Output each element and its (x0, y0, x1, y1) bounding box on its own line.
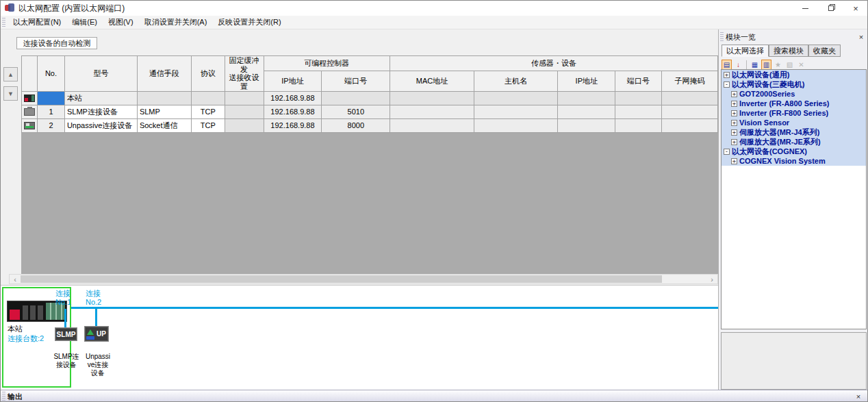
cell-subnet[interactable] (662, 105, 718, 118)
collapse-icon[interactable]: - (724, 81, 730, 88)
col-header-protocol: 协议 (191, 56, 225, 92)
expand-icon[interactable]: + (731, 110, 737, 116)
tree-item-ethernet-mitsubishi[interactable]: -以太网设备(三菱电机) (722, 79, 866, 89)
unpassive-device-node[interactable]: UP (84, 326, 109, 342)
tree-item-ethernet-generic[interactable]: +以太网设备(通用) (722, 70, 866, 79)
tab-search-module[interactable]: 搜索模块 (769, 45, 808, 57)
cell-port[interactable] (615, 105, 662, 118)
cell-plc-ip[interactable]: 192.168.9.88 (264, 118, 322, 132)
host-connection-count: 连接台数:2 (8, 334, 44, 344)
output-panel-title[interactable]: 输出 (8, 392, 23, 402)
cell-model[interactable]: 本站 (64, 91, 137, 105)
expand-icon[interactable]: + (731, 91, 737, 97)
module-list-view-icon[interactable]: ▤ (722, 60, 732, 70)
cell-plc-port (322, 91, 390, 105)
group-header-plc: 可编程控制器 (264, 56, 390, 71)
cell-protocol[interactable]: TCP (191, 105, 225, 118)
menu-ethernet-config[interactable]: 以太网配置(N) (8, 16, 66, 29)
minimize-button[interactable] (793, 1, 817, 16)
cell-plc-port[interactable]: 5010 (322, 105, 390, 118)
cell-port (615, 91, 662, 105)
cell-buffer (225, 91, 264, 105)
row-move-down-button[interactable]: ▼ (3, 86, 18, 101)
unpassive-device-caption: Unpassi ve连接 设备 (77, 353, 118, 377)
cell-comm[interactable]: SLMP (137, 105, 191, 118)
module-panel-tabs: 以太网选择 搜索模块 收藏夹 (722, 45, 841, 57)
expand-icon[interactable]: + (731, 139, 737, 145)
scrollbar-thumb[interactable] (21, 275, 662, 283)
collapse-icon[interactable]: - (724, 149, 730, 155)
menu-cancel-and-close[interactable]: 取消设置并关闭(A) (139, 16, 213, 29)
tab-ethernet-selection[interactable]: 以太网选择 (722, 45, 769, 57)
scroll-left-icon[interactable]: ‹ (10, 275, 21, 284)
module-panel-header: 模块一览 × (719, 31, 868, 43)
tree-item-got2000[interactable]: +GOT2000Series (722, 89, 866, 99)
toolbar-separator (746, 60, 747, 69)
output-panel-close-icon[interactable]: × (854, 392, 863, 401)
tab-favorites[interactable]: 收藏夹 (808, 45, 841, 57)
cell-buffer (225, 105, 264, 118)
tree-view-icon[interactable]: ▦ (750, 60, 760, 70)
cell-mac[interactable] (390, 118, 474, 132)
close-button[interactable]: × (844, 1, 867, 16)
expand-icon[interactable]: + (731, 120, 737, 126)
col-header-plc-ip: IP地址 (264, 71, 322, 91)
menu-edit[interactable]: 编辑(E) (66, 16, 103, 29)
window-title: 以太网配置 (内置以太网端口) (18, 3, 125, 14)
connection1-label: 连接 No.1 (55, 289, 71, 306)
slmp-device-node[interactable]: SLMP (55, 327, 77, 341)
cell-ip (558, 91, 615, 105)
cell-plc-port[interactable]: 8000 (322, 118, 390, 132)
col-header-buffer: 固定缓冲发 送接收设置 (225, 56, 264, 92)
tree-item-ethernet-cognex[interactable]: -以太网设备(COGNEX) (722, 147, 866, 156)
cell-host[interactable] (474, 105, 558, 118)
network-line (71, 307, 718, 309)
cell-mac[interactable] (390, 105, 474, 118)
cell-plc-ip[interactable]: 192.168.9.88 (264, 105, 322, 118)
favorite-delete-icon[interactable]: ✕ (796, 60, 806, 70)
cell-no[interactable]: 2 (38, 118, 65, 132)
cell-ip[interactable] (558, 118, 615, 132)
expand-icon[interactable]: + (731, 129, 737, 136)
tree-item-servo-mrje[interactable]: +伺服放大器(MR-JE系列) (722, 137, 866, 147)
tree-item-cognex-vision[interactable]: +COGNEX Vision System (722, 156, 866, 166)
tree-item-label: Inverter (FR-A800 Series) (739, 99, 829, 108)
table-horizontal-scrollbar[interactable]: ‹ › (9, 274, 718, 284)
menu-view[interactable]: 视图(V) (103, 16, 139, 29)
tree-item-vision-sensor[interactable]: +Vision Sensor (722, 118, 866, 127)
cell-model[interactable]: Unpassive连接设备 (64, 118, 137, 132)
expand-icon[interactable]: + (731, 101, 737, 107)
cell-subnet[interactable] (662, 118, 718, 132)
menu-apply-and-close[interactable]: 反映设置并关闭(R) (212, 16, 286, 29)
table-row-host: 本站 192.168.9.88 (22, 91, 718, 105)
auto-detect-button[interactable]: 连接设备的自动检测 (16, 37, 97, 49)
cell-no-selected[interactable] (38, 91, 65, 105)
cell-host[interactable] (474, 118, 558, 132)
favorite-register-icon[interactable]: ▧ (784, 60, 795, 70)
tree-item-label: 以太网设备(三菱电机) (732, 79, 804, 90)
col-header-icon (22, 56, 38, 92)
cell-comm[interactable]: Socket通信 (137, 118, 191, 132)
row-move-up-button[interactable]: ▲ (3, 67, 18, 81)
cell-model[interactable]: SLMP连接设备 (64, 105, 137, 118)
cell-host (474, 91, 558, 105)
col-header-ip: IP地址 (558, 71, 615, 91)
module-panel-close-icon[interactable]: × (856, 32, 867, 42)
tree-item-inverter-a800[interactable]: +Inverter (FR-A800 Series) (722, 99, 866, 108)
cell-protocol[interactable]: TCP (191, 118, 225, 132)
expand-icon[interactable]: + (724, 72, 730, 78)
expand-icon[interactable]: + (731, 158, 737, 164)
scroll-right-icon[interactable]: › (706, 275, 717, 284)
favorite-add-icon[interactable]: ★ (773, 60, 783, 70)
sort-descending-icon[interactable]: ↓ (733, 60, 743, 70)
col-header-host: 主机名 (474, 71, 558, 91)
favorites-view-icon[interactable]: ▥ (761, 60, 771, 70)
tree-item-servo-mrj4[interactable]: +伺服放大器(MR-J4系列) (722, 127, 866, 137)
restore-button[interactable] (819, 1, 843, 16)
cell-ip[interactable] (558, 105, 615, 118)
cell-plc-ip[interactable]: 192.168.9.88 (264, 91, 322, 105)
cell-no[interactable]: 1 (38, 105, 65, 118)
tree-item-label: GOT2000Series (739, 90, 795, 98)
cell-port[interactable] (615, 118, 662, 132)
tree-item-inverter-f800[interactable]: +Inverter (FR-F800 Series) (722, 108, 866, 118)
